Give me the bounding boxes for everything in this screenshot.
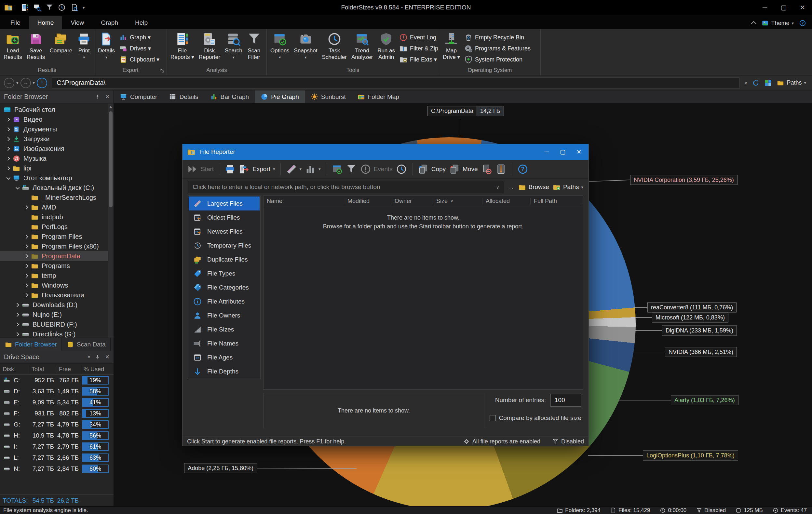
report-options-button[interactable] [331,164,343,175]
move-button[interactable]: Move [449,164,477,175]
drive-row-H[interactable]: H:10,9 ТБ4,78 ТБ56% [0,430,114,441]
collapse-ribbon-icon[interactable] [751,21,757,27]
tree-item-Изображения[interactable]: Изображения [0,144,114,153]
dialog-launcher-icon[interactable] [160,68,165,74]
back-button[interactable]: ← [4,78,14,88]
report-file-sizes[interactable]: File Sizes [189,322,260,336]
details-button[interactable]: Details▾ [96,31,117,67]
options-button[interactable]: Options▾ [268,31,292,67]
save-results-button[interactable]: SaveResults [24,31,48,67]
entries-input[interactable]: 100 [550,394,581,407]
view-tab-details[interactable]: Details [163,90,204,103]
expander-icon[interactable] [3,138,12,141]
report-largest-files[interactable]: Largest Files [189,197,260,210]
tree-item-inetpub[interactable]: inetpub [0,212,114,222]
tree-item-Видео[interactable]: Видео [0,115,114,124]
drive-row-N[interactable]: N:7,27 ТБ2,84 ТБ60% [0,463,114,474]
map-drive-button[interactable]: MapDrive ▾ [440,31,462,67]
scrollbar-thumb[interactable] [109,111,113,207]
column-header-Used[interactable]: % Used [81,366,114,373]
drives-menu-button[interactable]: Drives ▾ [119,44,160,53]
delete-button[interactable] [481,164,492,175]
report-oldest-files[interactable]: 22Oldest Files [189,210,260,225]
file-exts-button[interactable]: File Exts ▾ [399,55,438,64]
tree-item-Этот-компьютер[interactable]: Этот компьютер [0,173,114,183]
dialog-filter-button[interactable] [346,164,357,175]
tree-item-AMD[interactable]: AMD [0,202,114,212]
report-newest-files[interactable]: 23Newest Files [189,225,260,238]
tree-item-temp[interactable]: temp [0,271,114,280]
column-header-Free[interactable]: Free [56,366,81,373]
view-tab-pie-graph[interactable]: Pie Graph [255,90,305,103]
tree-item-Музыка[interactable]: Музыка [0,153,114,163]
system-protection-button[interactable]: System Protection [464,55,530,64]
up-button[interactable]: ↑ [37,78,47,88]
dialog-paths-button[interactable]: Paths▾ [552,183,583,191]
ribbon-tab-file[interactable]: File [2,16,29,29]
ribbon-tab-home[interactable]: Home [29,16,62,29]
report-duplicate-files[interactable]: Duplicate Files [189,252,260,266]
table-column-size[interactable]: Size∨ [433,198,483,204]
drive-row-C[interactable]: C:952 ГБ762 ГБ19% [0,375,114,386]
expander-icon[interactable] [22,255,31,258]
report-temporary-files[interactable]: Temporary Files [189,238,260,252]
pin-icon[interactable] [95,94,100,100]
tree-item-ProgramData[interactable]: ProgramData [0,251,114,261]
close-button[interactable]: ✕ [793,0,812,15]
tree-item-BLUEBIRD-F-[interactable]: BLUEBIRD (F:) [0,319,114,329]
tree-item-Program-Files[interactable]: Program Files [0,232,114,241]
tree-scrollbar[interactable]: ▲ [108,104,114,338]
scroll-up-icon[interactable]: ▲ [108,104,114,109]
drive-row-F[interactable]: F:931 ГБ802 ГБ13% [0,408,114,419]
table-column-modified[interactable]: Modified [344,198,392,204]
empty-recycle-bin-button[interactable]: Empty Recycle Bin [464,32,530,42]
tree-item-Документы[interactable]: Документы [0,124,114,134]
snapshot-button[interactable]: Snapshot▾ [292,31,320,67]
event-log-button[interactable]: Event Log [399,32,438,42]
maximize-button[interactable]: ▢ [774,0,793,15]
dialog-print-button[interactable] [225,164,235,175]
expander-icon[interactable] [22,284,31,287]
column-header-Total[interactable]: Total [29,366,56,373]
expander-icon[interactable] [3,157,12,160]
compare-checkbox[interactable] [490,415,496,421]
browse-button[interactable]: Browse [518,183,549,191]
clipboard-menu-button[interactable]: Clipboard ▾ [119,55,160,64]
schedule-button[interactable] [396,164,407,175]
disk-reporter-button[interactable]: DiskReporter [197,31,223,67]
expander-icon[interactable] [22,294,31,297]
table-column-full-path[interactable]: Full Path [530,198,583,204]
print-button[interactable]: Print▾ [75,31,93,67]
tree-item-Nujno-E-[interactable]: Nujno (E:) [0,310,114,319]
ribbon-tab-view[interactable]: View [62,16,92,29]
expander-icon[interactable] [3,167,12,170]
tree-item-Windows[interactable]: Windows [0,280,114,290]
report-file-attributes[interactable]: File Attributes [189,294,260,308]
close-panel-icon[interactable]: ✕ [105,93,110,100]
paths-button[interactable]: Paths▾ [777,79,806,87]
expander-icon[interactable] [12,187,22,189]
help-icon[interactable]: ? [799,20,806,27]
zip-button[interactable] [495,164,506,175]
expander-icon[interactable] [12,313,22,316]
dialog-maximize-button[interactable]: ▢ [560,148,566,155]
expander-icon[interactable] [3,147,12,150]
tree-item-Локальный-диск-C-[interactable]: Локальный диск (C:) [0,183,114,193]
table-column-name[interactable]: Name [263,198,344,204]
tree-item-Downloads-D-[interactable]: Downloads (D:) [0,300,114,310]
tree-item-Пользователи[interactable]: Пользователи [0,290,114,300]
ribbon-tab-graph[interactable]: Graph [92,16,126,29]
dialog-close-button[interactable]: ✕ [577,148,581,155]
path-input[interactable]: C:\ProgramData\ [52,78,740,88]
go-arrow-icon[interactable]: → [508,183,515,191]
task-scheduler-button[interactable]: TaskScheduler [319,31,349,67]
report-file-names[interactable]: File Names [189,336,260,350]
tree-item-lipi[interactable]: lipi [0,163,114,173]
tab-scan-data[interactable]: Scan Data [62,338,111,351]
expander-icon[interactable] [3,128,12,131]
view-tab-bar-graph[interactable]: Bar Graph [204,90,255,103]
report-file-depths[interactable]: File Depths [189,364,260,378]
ribbon-tab-help[interactable]: Help [126,16,156,29]
report-file-ages[interactable]: 23File Ages [189,350,260,364]
expander-icon[interactable] [12,304,22,307]
